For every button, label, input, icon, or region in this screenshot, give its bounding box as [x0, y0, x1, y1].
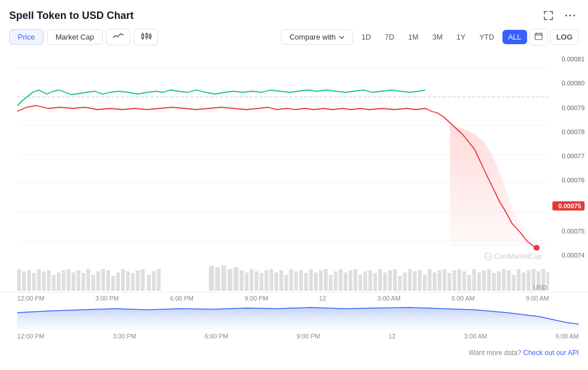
svg-rect-84 [358, 275, 362, 291]
svg-rect-112 [497, 271, 501, 291]
compare-button[interactable]: Compare with [281, 29, 353, 45]
svg-rect-54 [157, 269, 160, 291]
candle-chart-button[interactable] [134, 29, 158, 45]
svg-rect-109 [482, 270, 486, 291]
svg-rect-28 [27, 270, 30, 291]
svg-rect-87 [373, 273, 377, 291]
svg-rect-80 [339, 269, 342, 291]
svg-rect-60 [240, 270, 243, 291]
svg-rect-31 [42, 271, 45, 291]
svg-rect-45 [111, 276, 115, 291]
period-ytd-button[interactable]: YTD [474, 30, 500, 44]
svg-rect-67 [274, 272, 278, 291]
svg-rect-26 [17, 269, 21, 291]
svg-rect-117 [522, 272, 525, 291]
period-3m-button[interactable]: 3M [427, 30, 448, 44]
svg-rect-57 [221, 266, 226, 291]
svg-rect-113 [502, 269, 505, 291]
svg-rect-82 [349, 270, 352, 291]
svg-rect-96 [418, 270, 421, 291]
svg-marker-24 [450, 126, 537, 246]
period-7d-button[interactable]: 7D [379, 30, 400, 44]
svg-rect-61 [245, 272, 248, 291]
svg-rect-104 [458, 269, 461, 291]
svg-rect-39 [82, 273, 85, 291]
period-1m-button[interactable]: 1M [403, 30, 424, 44]
svg-rect-122 [547, 272, 549, 291]
svg-rect-56 [215, 267, 220, 291]
svg-rect-43 [101, 269, 105, 291]
log-button[interactable]: LOG [550, 29, 579, 45]
y-label-6: 0.00076 [552, 177, 585, 184]
svg-rect-85 [363, 271, 367, 291]
y-label-3: 0.00079 [552, 104, 585, 111]
svg-rect-93 [403, 272, 407, 291]
volume-chart [17, 264, 549, 292]
svg-rect-74 [309, 269, 312, 291]
watermark: CoinMarketCap [484, 252, 542, 260]
toolbar-row: Price Market Cap [0, 29, 588, 51]
expand-button[interactable] [540, 9, 557, 22]
svg-rect-58 [227, 269, 233, 291]
svg-rect-75 [314, 272, 318, 291]
main-chart-area: 0.00081 0.00080 0.00079 0.00078 0.00077 … [0, 51, 588, 292]
svg-rect-35 [62, 270, 65, 291]
svg-rect-51 [141, 269, 144, 291]
api-link[interactable]: Check out our API [523, 349, 579, 357]
svg-rect-44 [106, 270, 110, 291]
svg-rect-32 [47, 270, 51, 291]
svg-point-25 [533, 245, 540, 251]
svg-rect-106 [467, 275, 471, 291]
svg-rect-72 [299, 270, 303, 291]
usd-currency-label: USD [533, 284, 547, 291]
price-tab[interactable]: Price [9, 29, 44, 45]
svg-rect-50 [136, 270, 140, 291]
svg-rect-30 [37, 269, 40, 291]
svg-rect-9 [149, 35, 151, 38]
period-all-button[interactable]: ALL [502, 30, 527, 44]
y-axis-right: 0.00081 0.00080 0.00079 0.00078 0.00077 … [549, 51, 588, 263]
y-label-9: 0.00074 [552, 252, 585, 259]
svg-rect-107 [472, 269, 475, 291]
svg-rect-81 [344, 272, 347, 291]
calendar-button[interactable] [529, 29, 548, 45]
svg-rect-29 [32, 273, 36, 291]
period-1y-button[interactable]: 1Y [451, 30, 471, 44]
svg-rect-76 [319, 270, 322, 291]
svg-rect-73 [304, 273, 308, 291]
svg-rect-102 [447, 273, 451, 291]
mini-x-label-5: 12 [389, 333, 396, 340]
period-1d-button[interactable]: 1D [355, 30, 377, 44]
header-actions [540, 9, 579, 22]
svg-rect-103 [452, 270, 456, 291]
y-label-2: 0.00080 [552, 80, 585, 87]
market-cap-tab[interactable]: Market Cap [47, 29, 103, 45]
svg-rect-27 [22, 271, 26, 291]
svg-rect-12 [535, 33, 542, 40]
mini-chart-svg-container [17, 293, 579, 330]
svg-rect-52 [147, 275, 150, 291]
svg-rect-90 [388, 270, 392, 291]
svg-rect-94 [408, 269, 412, 291]
x-axis-mini: 12:00 PM 3:00 PM 6:00 PM 9:00 PM 12 3:00… [17, 330, 579, 342]
svg-rect-111 [492, 273, 496, 291]
mini-chart-svg [17, 293, 579, 330]
svg-rect-89 [383, 272, 386, 291]
line-chart-button[interactable] [106, 29, 130, 45]
volume-svg [17, 264, 549, 292]
y-label-8: 0.00075 [552, 228, 585, 235]
watermark-text: CoinMarketCap [494, 252, 542, 260]
toolbar-left: Price Market Cap [9, 29, 158, 45]
svg-rect-38 [76, 270, 80, 291]
svg-rect-110 [487, 269, 490, 291]
svg-rect-48 [126, 271, 130, 291]
svg-rect-64 [260, 273, 263, 291]
main-chart-svg-container [17, 51, 549, 263]
svg-rect-116 [517, 269, 520, 291]
current-price-badge: 0.00075 [552, 201, 585, 211]
svg-rect-114 [507, 270, 510, 291]
more-button[interactable] [562, 13, 579, 18]
svg-rect-42 [96, 271, 100, 291]
svg-rect-59 [234, 267, 239, 291]
svg-rect-53 [152, 271, 156, 291]
